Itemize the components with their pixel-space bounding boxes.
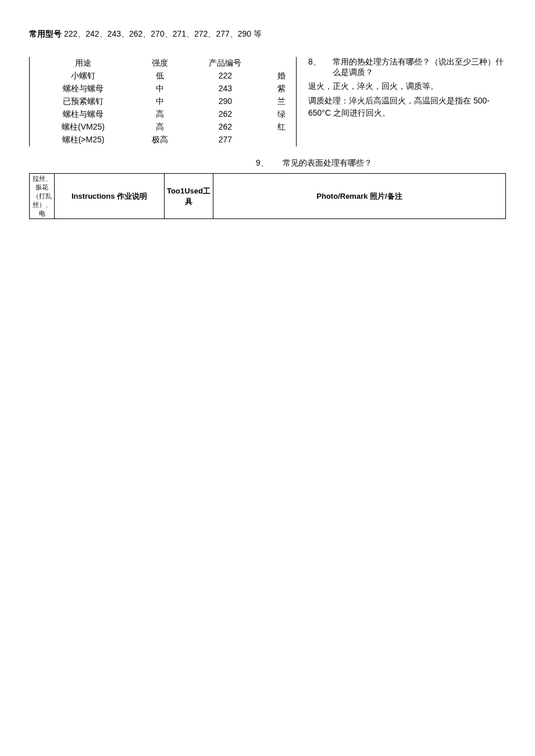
left-column: 用途 强度 产品编号 小螺钉 低 222 婚 螺栓与螺母 中 243 紫 已预紧…: [29, 57, 297, 146]
bottom-col3: Too1Used工具: [165, 174, 213, 219]
cell-strength: 高: [137, 121, 184, 134]
cell-strength: 高: [137, 108, 184, 121]
table-row: 螺柱(>M25) 极高 277: [30, 134, 297, 146]
cell-product: 262: [184, 121, 267, 134]
cell-color: 兰: [267, 95, 296, 108]
title-bold: 常用型号: [29, 29, 62, 38]
model-table: 用途 强度 产品编号 小螺钉 低 222 婚 螺栓与螺母 中 243 紫 已预紧…: [29, 57, 297, 146]
cell-color: [267, 134, 296, 146]
header-strength: 强度: [137, 57, 184, 70]
title-models: 222、242、243、262、270、271、272、277、290 等: [64, 29, 262, 38]
cell-product: 290: [184, 95, 267, 108]
table-row: 螺栓与螺母 中 243 紫: [30, 83, 297, 95]
bottom-table-row: 拉丝、振花（打乱丝）、电 Instructions 作业说明 Too1Used工…: [30, 174, 506, 219]
q9-section: 9、 常见的表面处理有哪些？: [256, 158, 506, 169]
cell-usage: 螺柱(>M25): [30, 134, 137, 146]
cell-color: 绿: [267, 108, 296, 121]
cell-usage: 螺柱(VM25): [30, 121, 137, 134]
table-row: 螺柱(VM25) 高 262 红: [30, 121, 297, 134]
header-color: [267, 57, 296, 70]
q8-question: 常用的热处理方法有哪些？（说出至少三种）什么是调质？: [333, 57, 506, 78]
table-header-row: 用途 强度 产品编号: [30, 57, 297, 70]
q8-answer1: 退火，正火，淬火，回火，调质等。: [308, 80, 506, 92]
header-usage: 用途: [30, 57, 137, 70]
cell-usage: 已预紧螺钉: [30, 95, 137, 108]
bottom-col2: Instructions 作业说明: [55, 174, 165, 219]
cell-color: 红: [267, 121, 296, 134]
cell-strength: 中: [137, 95, 184, 108]
q8-answer2: 调质处理：淬火后高温回火，高温回火是指在 500-650°C 之间进行回火。: [308, 95, 506, 119]
table-row: 已预紧螺钉 中 290 兰: [30, 95, 297, 108]
q9-question: 常见的表面处理有哪些？: [283, 158, 372, 167]
q8-header: 8、 常用的热处理方法有哪些？（说出至少三种）什么是调质？: [308, 57, 506, 78]
q9-number: 9、: [256, 158, 269, 167]
bottom-col1: 拉丝、振花（打乱丝）、电: [30, 174, 55, 219]
table-row: 小螺钉 低 222 婚: [30, 70, 297, 83]
cell-color: 紫: [267, 83, 296, 95]
cell-color: 婚: [267, 70, 296, 83]
cell-product: 222: [184, 70, 267, 83]
cell-product: 243: [184, 83, 267, 95]
cell-strength: 极高: [137, 134, 184, 146]
cell-product: 277: [184, 134, 267, 146]
header-product-num: 产品编号: [184, 57, 267, 70]
cell-usage: 小螺钉: [30, 70, 137, 83]
cell-strength: 中: [137, 83, 184, 95]
q8-number: 8、: [308, 57, 321, 78]
bottom-col4: Photo/Remark 照片/备注: [213, 174, 506, 219]
main-content: 用途 强度 产品编号 小螺钉 低 222 婚 螺栓与螺母 中 243 紫 已预紧…: [29, 57, 506, 146]
cell-product: 262: [184, 108, 267, 121]
bottom-table: 拉丝、振花（打乱丝）、电 Instructions 作业说明 Too1Used工…: [29, 173, 506, 219]
title-line: 常用型号 222、242、243、262、270、271、272、277、290…: [29, 29, 506, 40]
cell-usage: 螺栓与螺母: [30, 83, 137, 95]
cell-strength: 低: [137, 70, 184, 83]
cell-usage: 螺柱与螺母: [30, 108, 137, 121]
table-row: 螺柱与螺母 高 262 绿: [30, 108, 297, 121]
right-column: 8、 常用的热处理方法有哪些？（说出至少三种）什么是调质？ 退火，正火，淬火，回…: [308, 57, 506, 146]
